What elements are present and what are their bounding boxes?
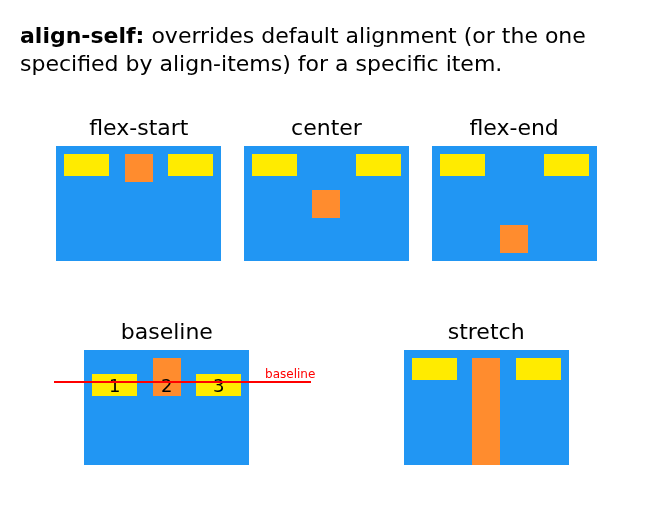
example-center: center bbox=[244, 115, 409, 261]
flex-container bbox=[432, 146, 597, 261]
headline-property: align-self: bbox=[20, 23, 144, 48]
examples-row-1: flex-start center flex-end bbox=[20, 115, 633, 261]
example-title-flex-start: flex-start bbox=[56, 115, 221, 140]
examples-row-2: baseline 1 2 3 stretch bbox=[20, 319, 633, 465]
example-flex-end: flex-end bbox=[432, 115, 597, 261]
flex-item-highlight bbox=[312, 190, 340, 218]
headline: align-self: overrides default alignment … bbox=[20, 22, 633, 77]
examples-grid: flex-start center flex-end bbox=[20, 115, 633, 465]
flex-container bbox=[404, 350, 569, 465]
flex-item-2-highlight: 2 bbox=[153, 358, 181, 396]
flex-item bbox=[168, 154, 213, 176]
baseline-line bbox=[54, 381, 311, 383]
flex-item bbox=[544, 154, 589, 176]
flex-item bbox=[252, 154, 297, 176]
flex-item bbox=[412, 358, 457, 380]
flex-item-highlight bbox=[125, 154, 153, 182]
example-flex-start: flex-start bbox=[56, 115, 221, 261]
example-title-flex-end: flex-end bbox=[432, 115, 597, 140]
flex-item bbox=[64, 154, 109, 176]
example-title-stretch: stretch bbox=[404, 319, 569, 344]
example-stretch: stretch bbox=[404, 319, 569, 465]
example-title-center: center bbox=[244, 115, 409, 140]
flex-container: 1 2 3 bbox=[84, 350, 249, 465]
flex-container bbox=[56, 146, 221, 261]
flex-item-3: 3 bbox=[196, 374, 241, 396]
flex-item-1: 1 bbox=[92, 374, 137, 396]
flex-container bbox=[244, 146, 409, 261]
flex-item bbox=[356, 154, 401, 176]
example-title-baseline: baseline bbox=[84, 319, 249, 344]
flex-item bbox=[516, 358, 561, 380]
flex-item-highlight bbox=[500, 225, 528, 253]
flex-item-highlight bbox=[472, 358, 500, 465]
example-baseline: baseline 1 2 3 bbox=[84, 319, 249, 465]
flex-item bbox=[440, 154, 485, 176]
